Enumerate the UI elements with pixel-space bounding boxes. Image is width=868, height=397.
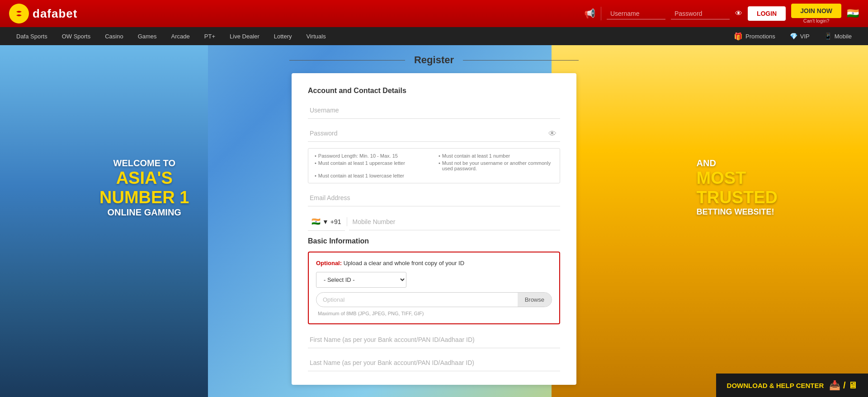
pw-rule-4: Must not be your username or another com…: [439, 160, 553, 171]
nav-right: 🎁 Promotions 💎 VIP 📱 Mobile: [726, 27, 859, 45]
register-line-right: [463, 60, 579, 61]
optional-label: Optional:: [316, 260, 342, 266]
phone-row: 🇮🇳 ▼ +91: [308, 213, 560, 231]
nav-promotions[interactable]: 🎁 Promotions: [726, 27, 783, 45]
trusted-text: TRUSTED: [697, 188, 778, 207]
right-banner: AND MOST TRUSTED BETTING WEBSITE!: [697, 158, 778, 217]
password-field[interactable]: [308, 125, 560, 142]
header-right: 📢 👁 LOGIN JOIN NOW Can't login? 🇮🇳: [584, 4, 859, 23]
upload-id-box: Optional: Upload a clear and whole front…: [308, 252, 560, 324]
download-icons: 📥 / 🖥: [829, 380, 857, 391]
header-password-input[interactable]: [671, 8, 730, 19]
download-help-bar[interactable]: DOWNLOAD & HELP CENTER 📥 / 🖥: [716, 374, 868, 397]
svg-point-0: [14, 8, 24, 19]
number1-text: NUMBER 1: [99, 188, 189, 207]
download-label: DOWNLOAD & HELP CENTER: [727, 382, 824, 389]
nav-item-arcade[interactable]: Arcade: [164, 27, 197, 45]
header: dafabet 📢 👁 LOGIN JOIN NOW Can't login? …: [0, 0, 868, 27]
pw-rule-2: Must contain at least 1 number: [439, 153, 553, 159]
and-text: AND: [697, 158, 778, 168]
register-line-left: [289, 60, 405, 61]
upload-label: Optional: Upload a clear and whole front…: [316, 260, 552, 266]
header-username-input[interactable]: [607, 8, 665, 19]
nav-item-lottery[interactable]: Lottery: [267, 27, 299, 45]
online-gaming-text: ONLINE GAMING: [99, 207, 189, 218]
gift-icon: 🎁: [734, 32, 743, 41]
registration-form: Account and Contact Details 👁 Password L…: [292, 73, 576, 385]
pw-rule-3: Must contain at least 1 uppercase letter: [315, 160, 429, 171]
upload-label-text: Upload a clear and whole front copy of y…: [344, 260, 464, 266]
asias-text: ASIA'S: [99, 168, 189, 188]
phone-divider: [347, 217, 347, 226]
file-size-limit: Maximum of 8MB (JPG, JPEG, PNG, TIFF, GI…: [316, 311, 552, 316]
logo: dafabet: [9, 4, 77, 23]
diamond-icon: 💎: [790, 33, 797, 40]
nav-item-dafa-sports[interactable]: Dafa Sports: [9, 27, 55, 45]
nav-item-virtuals[interactable]: Virtuals: [299, 27, 333, 45]
account-section-title: Account and Contact Details: [308, 87, 560, 95]
nav-item-games[interactable]: Games: [131, 27, 164, 45]
username-field[interactable]: [308, 102, 560, 119]
nav-item-live-dealer[interactable]: Live Dealer: [222, 27, 267, 45]
mobile-phone-icon: 📱: [824, 33, 832, 40]
cant-login-link[interactable]: Can't login?: [803, 18, 830, 23]
main-content: Register Account and Contact Details 👁 P…: [0, 45, 868, 397]
register-title: Register: [405, 54, 463, 66]
email-field[interactable]: [308, 190, 560, 206]
login-button[interactable]: LOGIN: [748, 6, 786, 21]
phone-country-selector[interactable]: 🇮🇳 ▼ +91: [308, 213, 345, 231]
select-id-wrap: - Select ID - Passport Driver's License …: [316, 272, 552, 288]
left-banner: WELCOME TO ASIA'S NUMBER 1 ONLINE GAMING: [99, 158, 189, 218]
pw-rule-5: Must contain at least 1 lowercase letter: [315, 173, 429, 178]
navigation: Dafa Sports OW Sports Casino Games Arcad…: [0, 27, 868, 45]
register-title-wrap: Register: [289, 54, 579, 66]
nav-item-ow-sports[interactable]: OW Sports: [55, 27, 98, 45]
join-button[interactable]: JOIN NOW: [791, 4, 841, 18]
last-name-field[interactable]: [308, 355, 560, 371]
phone-flag-icon: 🇮🇳: [311, 217, 321, 226]
basic-section-title: Basic Information: [308, 237, 560, 245]
file-input-placeholder: Optional: [316, 293, 518, 307]
pw-rule-1: Password Length: Min. 10 - Max. 15: [315, 153, 429, 159]
file-upload-row: Optional Browse: [316, 292, 552, 307]
nav-item-pt-plus[interactable]: PT+: [197, 27, 222, 45]
megaphone-icon: 📢: [584, 8, 595, 19]
most-text: MOST: [697, 168, 778, 188]
nav-mobile[interactable]: 📱 Mobile: [817, 27, 859, 45]
betting-text: BETTING WEBSITE!: [697, 207, 778, 217]
password-rules-box: Password Length: Min. 10 - Max. 15 Must …: [308, 148, 560, 183]
logo-icon: [9, 4, 29, 23]
password-toggle-icon[interactable]: 👁: [735, 9, 742, 18]
nav-item-casino[interactable]: Casino: [98, 27, 130, 45]
header-divider: [601, 7, 601, 20]
nav-vip[interactable]: 💎 VIP: [783, 27, 817, 45]
browse-button[interactable]: Browse: [518, 293, 552, 307]
first-name-field[interactable]: [308, 332, 560, 348]
mobile-number-field[interactable]: [349, 214, 561, 230]
country-flag-icon[interactable]: 🇮🇳: [847, 8, 859, 19]
logo-text: dafabet: [33, 7, 77, 21]
welcome-to-text: WELCOME TO: [99, 158, 189, 168]
phone-code-text: ▼ +91: [322, 218, 341, 225]
select-id-dropdown[interactable]: - Select ID - Passport Driver's License …: [316, 272, 406, 288]
password-eye-icon[interactable]: 👁: [548, 129, 557, 138]
password-wrap: 👁: [308, 125, 560, 142]
